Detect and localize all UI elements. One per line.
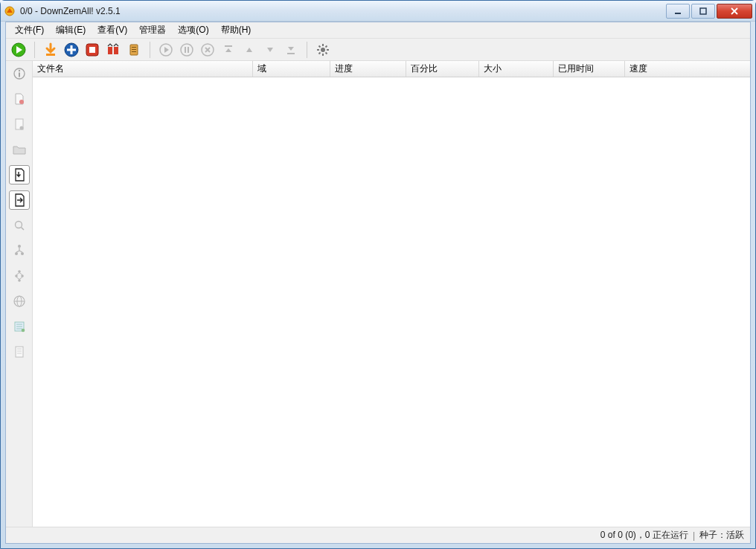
svg-point-41 xyxy=(18,270,21,273)
svg-line-27 xyxy=(326,52,327,54)
toolbar-separator xyxy=(150,42,150,58)
svg-rect-1 xyxy=(675,13,681,14)
svg-point-52 xyxy=(21,329,25,333)
titlebar[interactable]: 0/0 - DownZemAll! v2.5.1 xyxy=(1,1,755,22)
svg-point-21 xyxy=(321,48,325,52)
menu-help[interactable]: 帮助(H) xyxy=(215,22,257,38)
column-size[interactable]: 大小 xyxy=(479,61,554,77)
statusbar: 0 of 0 (0)，0 正在运行 | 种子：活跃 xyxy=(6,527,750,543)
column-percent[interactable]: 百分比 xyxy=(406,61,479,77)
svg-point-15 xyxy=(181,44,193,56)
svg-rect-12 xyxy=(132,49,136,50)
pause-button xyxy=(177,40,196,60)
column-speed[interactable]: 速度 xyxy=(625,61,750,77)
svg-point-42 xyxy=(15,274,18,277)
svg-point-31 xyxy=(18,70,19,71)
menu-edit[interactable]: 编辑(E) xyxy=(50,22,92,38)
sidebar-download-icon[interactable] xyxy=(9,165,30,184)
window-inner: 文件(F) 编辑(E) 查看(V) 管理器 选项(O) 帮助(H) xyxy=(5,22,751,544)
sidebar-file-icon[interactable] xyxy=(9,89,30,109)
svg-rect-8 xyxy=(108,47,112,54)
sidebar-tree-icon[interactable] xyxy=(9,266,30,286)
svg-point-43 xyxy=(21,274,24,277)
sidebar-page-icon[interactable] xyxy=(9,115,30,134)
svg-point-36 xyxy=(15,222,22,228)
sidebar-list-icon[interactable] xyxy=(9,317,30,336)
close-button[interactable] xyxy=(717,4,752,19)
app-icon xyxy=(4,5,16,17)
status-separator: | xyxy=(693,530,695,541)
table-header: 文件名 域 进度 百分比 大小 已用时间 速度 xyxy=(33,61,750,77)
svg-rect-19 xyxy=(225,45,232,47)
sidebar-doc-icon[interactable] xyxy=(9,342,30,362)
stop-button[interactable] xyxy=(83,40,102,60)
svg-point-40 xyxy=(21,252,24,255)
menu-manager[interactable]: 管理器 xyxy=(133,22,172,38)
column-domain[interactable]: 域 xyxy=(253,61,330,77)
move-top-button xyxy=(219,40,238,60)
main-panel: 文件名 域 进度 百分比 大小 已用时间 速度 xyxy=(33,61,750,527)
svg-rect-17 xyxy=(188,47,189,53)
window-controls xyxy=(664,4,752,19)
column-filename[interactable]: 文件名 xyxy=(33,61,253,77)
status-seed: 种子：活跃 xyxy=(699,529,744,542)
svg-rect-4 xyxy=(46,54,55,56)
svg-rect-32 xyxy=(19,73,20,77)
svg-rect-16 xyxy=(185,47,186,53)
sidebar-folder-icon[interactable] xyxy=(9,140,30,159)
svg-rect-11 xyxy=(132,47,136,48)
column-elapsed[interactable]: 已用时间 xyxy=(554,61,625,77)
svg-rect-9 xyxy=(114,47,118,54)
resume-button xyxy=(156,40,176,60)
toolbar-separator xyxy=(307,42,307,58)
cancel-button xyxy=(198,40,217,60)
batch-button[interactable] xyxy=(103,40,123,60)
toolbar-separator xyxy=(34,42,35,58)
add-download-button[interactable] xyxy=(41,40,60,60)
svg-line-37 xyxy=(21,228,24,231)
paste-button[interactable] xyxy=(124,40,144,60)
svg-rect-20 xyxy=(287,53,295,54)
svg-line-29 xyxy=(319,52,321,54)
svg-rect-53 xyxy=(16,347,23,357)
svg-rect-7 xyxy=(89,47,95,53)
sidebar-search-icon[interactable] xyxy=(9,216,30,235)
sidebar-export-icon[interactable] xyxy=(9,190,30,210)
table-body[interactable] xyxy=(33,77,750,527)
svg-point-39 xyxy=(15,252,18,255)
window-title: 0/0 - DownZemAll! v2.5.1 xyxy=(20,6,664,16)
sidebar-globe-icon[interactable] xyxy=(9,292,30,311)
svg-point-44 xyxy=(18,279,21,282)
menubar: 文件(F) 编辑(E) 查看(V) 管理器 选项(O) 帮助(H) xyxy=(6,22,750,39)
menu-view[interactable]: 查看(V) xyxy=(92,22,133,38)
svg-rect-13 xyxy=(132,51,136,52)
settings-button[interactable] xyxy=(313,40,333,60)
svg-point-35 xyxy=(19,126,23,130)
sidebar-info-icon[interactable] xyxy=(9,64,30,83)
column-progress[interactable]: 进度 xyxy=(330,61,406,77)
status-summary: 0 of 0 (0)，0 正在运行 xyxy=(600,529,688,542)
menu-options[interactable]: 选项(O) xyxy=(172,22,214,38)
add-button[interactable] xyxy=(62,40,81,60)
toolbar xyxy=(6,39,750,61)
maximize-button[interactable] xyxy=(691,4,715,19)
move-down-button xyxy=(260,40,280,60)
move-up-button xyxy=(240,40,259,60)
svg-line-28 xyxy=(326,45,327,47)
svg-rect-2 xyxy=(700,8,706,14)
start-button[interactable] xyxy=(9,40,28,60)
sidebar xyxy=(6,61,33,527)
content-area: 文件名 域 进度 百分比 大小 已用时间 速度 xyxy=(6,61,750,527)
sidebar-branch-icon[interactable] xyxy=(9,241,30,260)
menu-file[interactable]: 文件(F) xyxy=(9,22,50,38)
app-window: 0/0 - DownZemAll! v2.5.1 文件(F) 编辑(E) 查看(… xyxy=(0,0,756,549)
move-bottom-button xyxy=(281,40,301,60)
svg-point-33 xyxy=(19,100,24,104)
minimize-button[interactable] xyxy=(666,4,690,19)
svg-line-26 xyxy=(319,45,321,47)
svg-point-38 xyxy=(18,245,21,248)
